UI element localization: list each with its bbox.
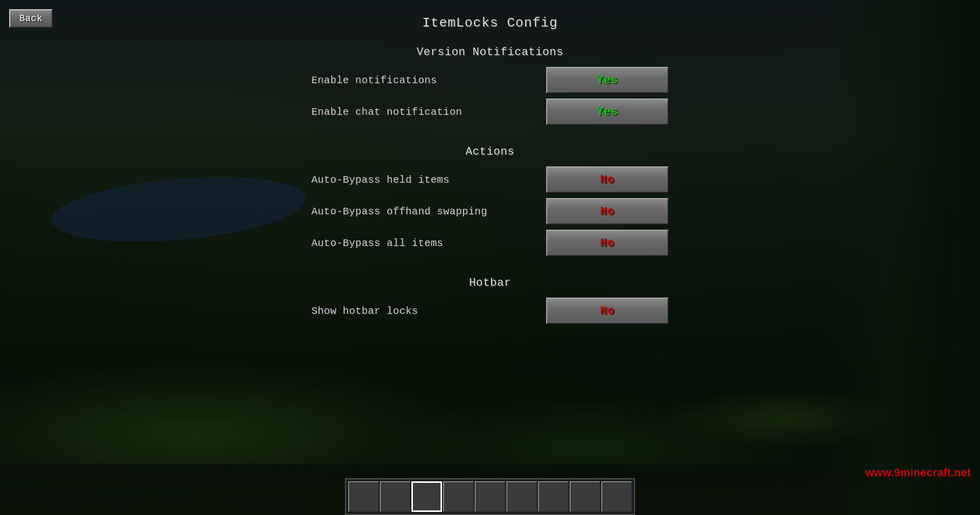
toggle-enable-chat-notification[interactable]: Yes	[546, 99, 669, 125]
label-auto-bypass-all: Auto-Bypass all items	[311, 237, 443, 249]
toggle-enable-notifications[interactable]: Yes	[546, 67, 669, 93]
hotbar-slot-8	[570, 481, 600, 512]
hotbar-slot-5	[475, 481, 505, 512]
section-hotbar: Hotbar Show hotbar locks No	[311, 277, 669, 329]
section-title-actions: Actions	[311, 145, 669, 158]
label-auto-bypass-held: Auto-Bypass held items	[311, 174, 450, 186]
toggle-show-hotbar-locks[interactable]: No	[546, 298, 669, 324]
section-actions: Actions Auto-Bypass held items No Auto-B…	[311, 145, 669, 261]
label-enable-notifications: Enable notifications	[311, 75, 437, 86]
toggle-auto-bypass-all[interactable]: No	[546, 230, 669, 256]
label-auto-bypass-offhand: Auto-Bypass offhand swapping	[311, 206, 487, 217]
hotbar-slot-3	[411, 481, 442, 512]
hotbar-slot-6	[506, 481, 537, 512]
hotbar-slot-7	[538, 481, 569, 512]
section-title-hotbar: Hotbar	[311, 277, 669, 289]
hotbar	[345, 478, 635, 515]
config-row-enable-notifications: Enable notifications Yes	[311, 67, 669, 93]
page-title: ItemLocks Config	[422, 15, 558, 31]
label-enable-chat-notification: Enable chat notification	[311, 106, 462, 118]
section-version-notifications: Version Notifications Enable notificatio…	[311, 46, 669, 130]
label-show-hotbar-locks: Show hotbar locks	[311, 305, 418, 317]
hotbar-slot-1	[348, 481, 379, 512]
hotbar-slot-9	[601, 481, 632, 512]
hotbar-slot-2	[380, 481, 410, 512]
toggle-auto-bypass-held[interactable]: No	[546, 166, 669, 193]
config-row-auto-bypass-held: Auto-Bypass held items No	[311, 166, 669, 193]
main-content: ItemLocks Config Version Notifications E…	[0, 0, 980, 515]
config-row-show-hotbar-locks: Show hotbar locks No	[311, 298, 669, 324]
config-row-auto-bypass-offhand: Auto-Bypass offhand swapping No	[311, 198, 669, 225]
config-row-auto-bypass-all: Auto-Bypass all items No	[311, 230, 669, 256]
section-title-version-notifications: Version Notifications	[311, 46, 669, 59]
toggle-auto-bypass-offhand[interactable]: No	[546, 198, 669, 225]
hotbar-slot-4	[443, 481, 474, 512]
watermark: www.9minecraft.net	[865, 466, 971, 479]
config-row-enable-chat-notification: Enable chat notification Yes	[311, 99, 669, 125]
